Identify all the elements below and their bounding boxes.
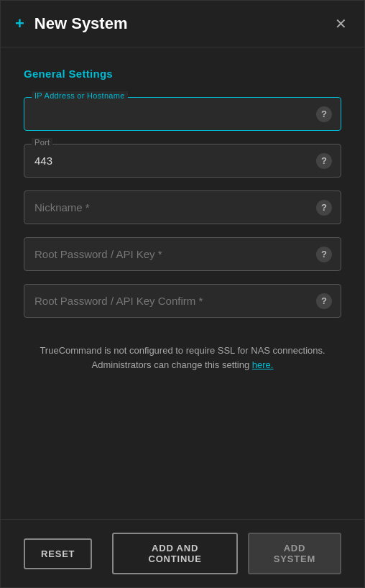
dialog-footer: RESET ADD AND CONTINUE ADD SYSTEM	[1, 519, 364, 587]
port-wrapper: Port ?	[24, 144, 341, 178]
port-help-icon[interactable]: ?	[316, 153, 332, 169]
port-input[interactable]	[24, 144, 341, 177]
password-input[interactable]	[24, 238, 341, 270]
notice-text-before: TrueCommand is not configured to require…	[40, 345, 325, 370]
password-confirm-input[interactable]	[24, 285, 341, 317]
password-confirm-help-icon[interactable]: ?	[316, 293, 332, 309]
port-label: Port	[32, 138, 52, 147]
password-wrapper: ?	[24, 237, 341, 271]
notice-link[interactable]: here.	[252, 359, 274, 370]
port-field-group: Port ?	[24, 144, 341, 178]
nickname-wrapper: ?	[24, 190, 341, 224]
plus-icon: +	[15, 16, 24, 32]
add-system-button[interactable]: ADD SYSTEM	[248, 533, 341, 574]
add-and-continue-button[interactable]: ADD AND CONTINUE	[112, 533, 238, 574]
ip-address-wrapper: IP Address or Hostname ?	[24, 97, 341, 131]
password-confirm-wrapper: ?	[24, 284, 341, 318]
nickname-help-icon[interactable]: ?	[316, 200, 332, 216]
password-help-icon[interactable]: ?	[316, 247, 332, 262]
ip-address-input[interactable]	[24, 98, 341, 130]
close-button[interactable]: ✕	[332, 14, 350, 34]
section-title-general: General Settings	[24, 68, 341, 80]
ip-address-help-icon[interactable]: ?	[316, 106, 332, 122]
dialog-title: New System	[34, 14, 332, 33]
reset-button[interactable]: RESET	[24, 538, 92, 569]
password-confirm-field-group: ?	[24, 284, 341, 318]
new-system-dialog: + New System ✕ General Settings IP Addre…	[0, 0, 365, 588]
ip-address-label: IP Address or Hostname	[32, 91, 128, 100]
nickname-input[interactable]	[24, 191, 341, 224]
password-field-group: ?	[24, 237, 341, 271]
ssl-notice: TrueCommand is not configured to require…	[24, 344, 341, 372]
dialog-header: + New System ✕	[1, 1, 364, 47]
ip-address-field-group: IP Address or Hostname ?	[24, 97, 341, 131]
nickname-field-group: ?	[24, 190, 341, 224]
dialog-body: General Settings IP Address or Hostname …	[1, 47, 364, 519]
